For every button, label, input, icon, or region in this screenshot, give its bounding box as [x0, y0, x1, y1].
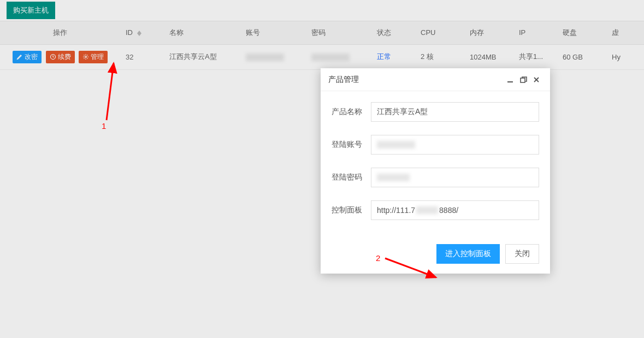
- col-id[interactable]: ID: [120, 21, 164, 44]
- cell-cpu: 2 核: [415, 44, 464, 69]
- cell-memory: 1024MB: [464, 44, 513, 69]
- col-memory: 内存: [464, 21, 513, 44]
- pencil-icon: [16, 54, 23, 60]
- control-panel-input[interactable]: http://111.7 8888/: [371, 200, 539, 220]
- gear-icon: [82, 54, 89, 60]
- svg-point-3: [85, 56, 87, 58]
- manage-button[interactable]: 管理: [79, 51, 108, 63]
- manage-label: 管理: [91, 52, 104, 62]
- renew-label: 续费: [58, 52, 71, 62]
- cell-ip: 共享1...: [513, 44, 557, 69]
- login-account-label: 登陆账号: [332, 140, 371, 150]
- annotation-1: 1: [102, 121, 106, 131]
- control-panel-prefix: http://111.7: [377, 206, 415, 215]
- product-manage-dialog: 产品管理 产品名称 江西共享云A型 登陆账号 登陆密码 控制面板 http://…: [321, 68, 550, 274]
- host-table: 操作 ID 名称 账号 密码 状态 CPU 内存 IP 硬盘 虚: [0, 21, 644, 70]
- col-ip: IP: [513, 21, 557, 44]
- product-name-value: 江西共享云A型: [377, 107, 428, 117]
- status-badge: 正常: [377, 52, 391, 61]
- clock-icon: [50, 54, 56, 60]
- renew-button[interactable]: 续费: [46, 51, 75, 63]
- cell-status: 正常: [371, 44, 415, 69]
- buy-host-button[interactable]: 购买新主机: [7, 2, 55, 19]
- col-password: 密码: [306, 21, 371, 44]
- cell-name: 江西共享云A型: [164, 44, 240, 69]
- cell-account: [240, 44, 306, 69]
- minimize-icon[interactable]: [504, 74, 516, 86]
- cell-virt: Hy: [606, 44, 644, 69]
- control-panel-suffix: 8888/: [439, 206, 458, 215]
- svg-marker-1: [137, 33, 141, 36]
- change-password-button[interactable]: 改密: [13, 51, 42, 63]
- login-password-label: 登陆密码: [332, 173, 371, 182]
- col-ops: 操作: [0, 21, 120, 44]
- enter-control-panel-button[interactable]: 进入控制面板: [436, 244, 500, 264]
- col-status: 状态: [371, 21, 415, 44]
- control-panel-label: 控制面板: [332, 205, 371, 215]
- dialog-title: 产品管理: [328, 75, 359, 85]
- close-icon[interactable]: [530, 74, 542, 86]
- table-row: 改密 续费 管理 32 江西共享云A型 正常 2 核 1: [0, 44, 644, 69]
- change-password-label: 改密: [25, 52, 38, 62]
- cell-disk: 60 GB: [557, 44, 606, 69]
- col-name: 名称: [164, 21, 240, 44]
- col-cpu: CPU: [415, 21, 464, 44]
- col-account: 账号: [240, 21, 306, 44]
- login-password-input[interactable]: [371, 168, 539, 187]
- cell-password: [306, 44, 371, 69]
- svg-rect-9: [521, 78, 525, 82]
- svg-line-5: [107, 63, 114, 120]
- login-account-input[interactable]: [371, 135, 539, 155]
- sort-icon[interactable]: [137, 31, 141, 36]
- product-name-label: 产品名称: [332, 107, 371, 117]
- col-virt: 虚: [606, 21, 644, 44]
- product-name-input[interactable]: 江西共享云A型: [371, 102, 539, 122]
- close-button[interactable]: 关闭: [505, 244, 539, 264]
- col-id-label: ID: [126, 28, 133, 37]
- col-disk: 硬盘: [557, 21, 606, 44]
- cell-id: 32: [120, 44, 164, 69]
- maximize-icon[interactable]: [517, 74, 529, 86]
